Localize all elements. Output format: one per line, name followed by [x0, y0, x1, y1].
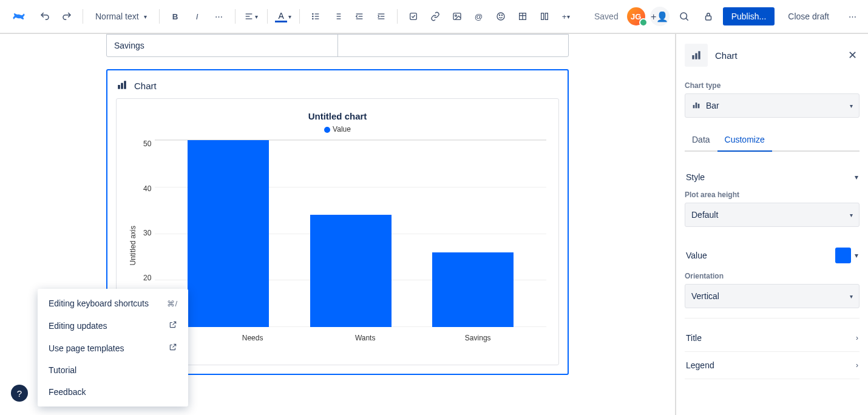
svg-rect-27: [541, 13, 543, 20]
divider: [397, 9, 398, 24]
help-item-label: Editing keyboard shortcuts: [49, 299, 149, 308]
divider: [235, 9, 236, 24]
orientation-label: Orientation: [685, 272, 860, 280]
bold-button[interactable]: B: [166, 7, 185, 26]
italic-button[interactable]: I: [188, 7, 207, 26]
x-label: Savings: [437, 334, 518, 342]
chart-type-select[interactable]: Bar ▾: [685, 93, 860, 118]
table-button[interactable]: [513, 7, 532, 26]
value-label: Value: [686, 251, 707, 260]
bullet-list-button[interactable]: [306, 7, 325, 26]
legend-color-dot: [324, 127, 330, 133]
restrictions-button[interactable]: [699, 7, 718, 26]
table-fragment[interactable]: Savings: [106, 34, 569, 57]
help-button[interactable]: ?: [11, 385, 28, 402]
numbered-list-button[interactable]: [328, 7, 347, 26]
help-item-feedback[interactable]: Feedback: [38, 381, 188, 403]
svg-rect-39: [696, 103, 697, 108]
help-item-tutorial[interactable]: Tutorial: [38, 359, 188, 381]
panel-tabs: Data Customize: [685, 130, 860, 152]
style-label: Style: [686, 172, 705, 182]
help-item-updates[interactable]: Editing updates: [38, 314, 188, 337]
svg-rect-35: [692, 55, 694, 59]
chart-icon: [116, 79, 129, 92]
bar-savings: [432, 252, 514, 326]
chevron-down-icon: ▾: [850, 103, 853, 109]
title-row[interactable]: Title ›: [685, 325, 860, 352]
legend-label: Value: [333, 125, 351, 133]
plot-area-height-select[interactable]: Default ▾: [685, 203, 860, 227]
find-replace-button[interactable]: [674, 7, 694, 26]
undo-button[interactable]: [35, 7, 55, 26]
chart-type-value: Bar: [706, 101, 719, 110]
more-actions-button[interactable]: ⋯: [843, 7, 862, 26]
outdent-button[interactable]: [350, 7, 369, 26]
panel-title: Chart: [715, 50, 838, 61]
svg-rect-28: [545, 13, 548, 20]
close-panel-button[interactable]: ✕: [845, 48, 860, 62]
tab-customize[interactable]: Customize: [717, 130, 772, 150]
image-button[interactable]: [447, 7, 467, 26]
help-item-label: Feedback: [49, 387, 86, 397]
invite-user-button[interactable]: +👤: [650, 7, 670, 26]
chart-legend: Value: [129, 125, 546, 133]
help-item-label: Use page templates: [49, 343, 124, 353]
text-style-dropdown[interactable]: Normal text ▾: [89, 7, 153, 26]
chart-icon: [685, 44, 708, 67]
chevron-down-icon: ▾: [850, 212, 853, 218]
svg-rect-31: [705, 16, 711, 20]
table-cell[interactable]: Savings: [107, 35, 337, 56]
y-tick: 30: [143, 229, 151, 237]
align-dropdown[interactable]: ▾: [242, 7, 261, 26]
chart-title: Untitled chart: [129, 111, 546, 121]
svg-point-22: [499, 15, 500, 15]
svg-point-23: [501, 15, 502, 15]
more-formatting-button[interactable]: ⋯: [209, 7, 229, 26]
confluence-logo: [11, 8, 28, 25]
redo-button[interactable]: [57, 7, 76, 26]
text-style-label: Normal text: [95, 12, 139, 21]
orientation-select[interactable]: Vertical ▾: [685, 284, 860, 308]
external-link-icon: [169, 343, 177, 353]
value-color-row[interactable]: Value ▾: [685, 239, 860, 272]
svg-rect-37: [698, 51, 700, 59]
bar-needs: [188, 140, 269, 326]
text-color-button[interactable]: A▾: [274, 7, 293, 26]
svg-point-21: [497, 13, 504, 20]
chevron-down-icon: ▾: [855, 251, 858, 260]
help-item-templates[interactable]: Use page templates: [38, 337, 188, 359]
link-button[interactable]: [426, 7, 445, 26]
table-cell[interactable]: [337, 35, 569, 56]
insert-more-button[interactable]: +▾: [557, 7, 576, 26]
tab-data[interactable]: Data: [685, 130, 717, 150]
divider: [159, 9, 160, 24]
x-axis-labels: Needs Wants Savings: [184, 334, 546, 342]
emoji-button[interactable]: [491, 7, 510, 26]
help-item-shortcuts[interactable]: Editing keyboard shortcuts ⌘/: [38, 292, 188, 314]
mention-button[interactable]: @: [469, 7, 489, 26]
divider: [267, 9, 268, 24]
svg-point-29: [680, 13, 687, 19]
style-row[interactable]: Style ▾: [685, 164, 860, 191]
svg-rect-38: [693, 105, 695, 108]
y-tick: 20: [143, 274, 151, 282]
saved-status: Saved: [594, 12, 619, 21]
panel-header: Chart ✕: [685, 44, 860, 67]
svg-rect-36: [695, 53, 697, 59]
help-menu-popup: Editing keyboard shortcuts ⌘/ Editing up…: [38, 289, 188, 407]
publish-button[interactable]: Publish...: [723, 7, 775, 25]
close-draft-button[interactable]: Close draft: [779, 7, 838, 25]
layouts-button[interactable]: [535, 7, 554, 26]
plot-area: Untitled axis 50 40 30 20 10: [129, 140, 546, 352]
user-avatar[interactable]: JG: [627, 7, 645, 25]
bar-wants: [310, 215, 392, 326]
action-item-button[interactable]: [404, 7, 423, 26]
y-tick: 40: [143, 184, 151, 193]
y-tick: 50: [143, 140, 151, 148]
indent-button[interactable]: [371, 7, 391, 26]
orientation-value: Vertical: [691, 291, 719, 301]
color-swatch[interactable]: [835, 248, 851, 263]
legend-row[interactable]: Legend ›: [685, 352, 860, 379]
svg-point-3: [312, 13, 313, 14]
editor-toolbar: Normal text ▾ B I ⋯ ▾ A▾ @ +▾ Saved JG +…: [0, 0, 868, 34]
